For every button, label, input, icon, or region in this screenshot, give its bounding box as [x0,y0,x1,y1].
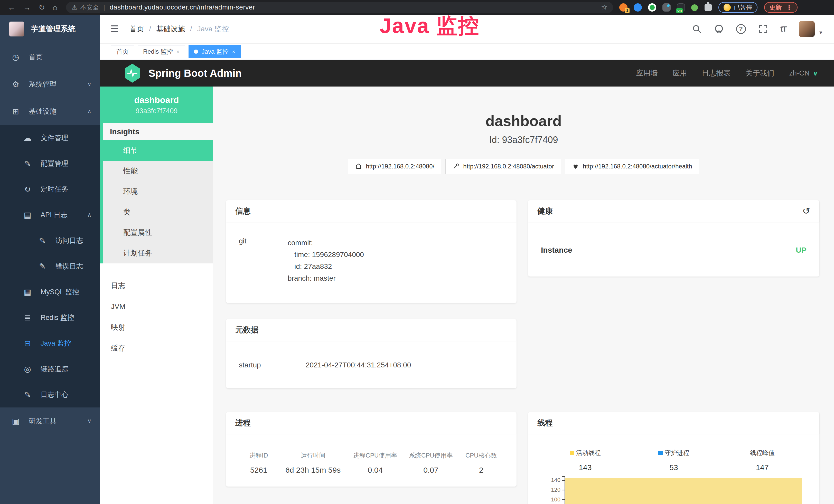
sba-menu-jvm[interactable]: JVM [100,296,213,317]
sba-brand-title[interactable]: Spring Boot Admin [149,68,242,79]
extension-icon-4[interactable] [662,3,671,12]
instance-header[interactable]: dashboard 93a3fc7f7409 [100,87,213,123]
sba-menu-details[interactable]: 细节 [103,140,213,161]
bookmark-star-icon[interactable]: ☆ [601,3,608,12]
sidebar-item-api-logs[interactable]: ▤ API 日志 ∧ [0,202,100,228]
security-warning-icon: ⚠ [72,4,77,11]
paused-badge[interactable]: 已暂停 [719,2,758,13]
sidebar-item-java-monitor[interactable]: ⊟ Java 监控 [0,330,100,356]
tag-home[interactable]: 首页 [111,45,134,58]
fullscreen-icon[interactable] [758,24,768,34]
edit-icon: ✎ [23,159,32,168]
sba-menu-classes[interactable]: 类 [103,202,213,222]
edit-square-icon: ✎ [38,261,47,271]
sba-nav-about[interactable]: 关于我们 [746,68,774,78]
chevron-up-icon: ∧ [87,211,91,218]
sidebar-item-label: Java 监控 [41,339,71,348]
legend-live-threads[interactable]: 活动线程 [541,449,630,457]
sba-nav-journal[interactable]: 日志报表 [702,68,731,78]
health-instance-row[interactable]: Instance UP [541,222,807,254]
sidebar-item-dev-tools[interactable]: ▣ 研发工具 ∨ [0,408,100,435]
history-icon[interactable]: ↺ [803,206,810,216]
insights-menu: 细节 性能 环境 类 配置属性 计划任务 [103,140,213,264]
breadcrumb-infrastructure[interactable]: 基础设施 [156,24,185,34]
locale-select[interactable]: zh-CN ∨ [789,69,818,77]
sba-main-content: dashboard Id: 93a3fc7f7409 http://192.16… [213,87,834,504]
extension-icon-6[interactable] [691,4,698,11]
sba-menu-mappings[interactable]: 映射 [100,317,213,338]
security-label[interactable]: 不安全 [81,3,99,12]
sidebar-item-scheduled-tasks[interactable]: ↻ 定时任务 [0,176,100,202]
tag-redis-monitor[interactable]: Redis 监控 × [138,45,185,58]
actuator-url-chip[interactable]: http://192.168.0.2:48080/actuator [445,159,561,174]
instance-name: dashboard [134,95,179,105]
col-cpu-cores: CPU核心数 [459,451,504,460]
address-bar[interactable]: ⚠ 不安全 | dashboard.yudao.iocoder.cn/infra… [66,2,613,13]
sidebar-item-mysql-monitor[interactable]: ▦ MySQL 监控 [0,279,100,305]
sba-menu-logs[interactable]: 日志 [100,275,213,296]
sba-menu-environment[interactable]: 环境 [103,181,213,202]
help-icon[interactable]: ? [736,24,746,34]
sidebar-item-error-logs[interactable]: ✎ 错误日志 [0,253,100,279]
process-card: 进程 进程ID 运行时间 进程CPU使用率 系统CPU使用率 CPU核心数 52… [226,412,517,486]
health-card: 健康 ↺ Instance UP [528,200,819,276]
info-git-label: git [239,237,288,284]
close-icon[interactable]: × [176,49,179,55]
font-size-icon[interactable]: tT [780,25,787,33]
sba-header: Spring Boot Admin 应用墙 应用 日志报表 关于我们 zh-CN… [100,60,834,87]
legend-daemon-threads[interactable]: 守护进程 [630,449,718,457]
avatar-caret-icon[interactable]: ▾ [819,29,822,36]
tag-label: 首页 [116,47,129,56]
sidebar-item-home[interactable]: ◷ 首页 [0,43,100,71]
legend-peak-threads[interactable]: 线程峰值 [718,449,807,457]
info-card: 信息 git commit: time: 1596289704000 id: 2… [226,200,517,303]
page-url[interactable]: dashboard.yudao.iocoder.cn/infra/admin-s… [110,3,255,11]
sba-menu-config-props[interactable]: 配置属性 [103,222,213,243]
app-logo-row[interactable]: 芋道管理系统 [0,15,100,43]
extension-icon-3[interactable] [648,3,656,12]
extension-icon-1[interactable]: 1 [619,3,628,12]
extension-icon-5[interactable]: on [677,3,685,12]
sidebar-item-infrastructure[interactable]: ⊞ 基础设施 ∧ [0,98,100,125]
extensions-puzzle-icon[interactable] [705,4,712,11]
chrome-update-button[interactable]: 更新 ⋮ [764,2,797,13]
chevron-up-icon: ∧ [87,108,91,115]
sidebar-item-config-mgmt[interactable]: ✎ 配置管理 [0,151,100,176]
tag-java-monitor[interactable]: Java 监控 × [189,45,241,58]
sidebar-item-redis-monitor[interactable]: ≣ Redis 监控 [0,305,100,330]
axis-tick [562,476,565,477]
sba-menu-metrics[interactable]: 性能 [103,161,213,181]
y-tick-140: 140 [551,477,561,483]
browser-reload-icon[interactable]: ↻ [39,3,45,12]
sba-nav-wallboard[interactable]: 应用墙 [636,68,658,78]
sidebar-item-system-mgmt[interactable]: ⚙ 系统管理 ∨ [0,71,100,98]
breadcrumb-home[interactable]: 首页 [129,24,144,34]
close-icon[interactable]: × [232,49,235,55]
user-avatar[interactable] [799,21,815,37]
browser-forward-icon[interactable]: → [23,3,31,12]
github-icon[interactable] [714,24,724,34]
heart-icon [572,163,579,170]
sba-nav-applications[interactable]: 应用 [673,68,687,78]
service-url-chip[interactable]: http://192.168.0.2:48080/ [348,159,441,174]
sidebar-item-label: Redis 监控 [41,313,74,322]
extension-icon-2[interactable] [634,3,642,12]
sidebar-item-file-mgmt[interactable]: ☁ 文件管理 [0,125,100,151]
sidebar-item-label: 文件管理 [41,133,68,142]
browser-back-icon[interactable]: ← [8,3,16,12]
sidebar-item-label: API 日志 [41,210,68,220]
sidebar-item-trace[interactable]: ◎ 链路追踪 [0,356,100,382]
sba-menu-scheduled-tasks[interactable]: 计划任务 [103,243,213,264]
health-url-chip[interactable]: http://192.168.0.2:48080/actuator/health [565,159,699,174]
sidebar-item-access-logs[interactable]: ✎ 访问日志 [0,228,100,253]
sidebar-collapse-icon[interactable]: ☰ [110,24,119,35]
search-icon[interactable] [692,24,702,34]
chart-plot-area [565,476,802,504]
browser-home-icon[interactable]: ⌂ [53,3,57,12]
sidebar-item-label: 链路追踪 [41,364,68,373]
sidebar-item-log-center[interactable]: ✎ 日志中心 [0,382,100,408]
browser-menu-icon[interactable]: ⋮ [786,3,792,11]
peak-threads-value: 147 [718,463,807,472]
y-tick-100: 100 [551,496,561,503]
sba-menu-caches[interactable]: 缓存 [100,338,213,359]
